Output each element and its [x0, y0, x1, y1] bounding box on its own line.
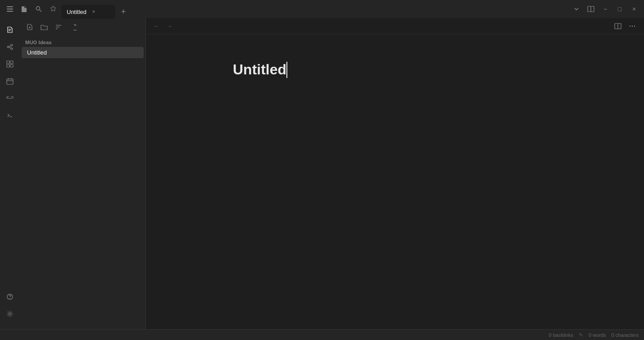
terminal-icon[interactable] [2, 107, 18, 124]
titlebar-right: − □ × [570, 3, 644, 15]
note-title[interactable]: Untitled [233, 61, 557, 78]
svg-point-10 [11, 44, 13, 46]
sidebar-content: MUO Ideas Untitled [20, 36, 145, 329]
sync-button[interactable] [67, 21, 79, 33]
svg-point-34 [632, 25, 633, 26]
search-icon[interactable] [32, 3, 45, 15]
activity-bar-bottom [2, 289, 18, 326]
svg-line-13 [9, 47, 11, 48]
tabs-dropdown-icon[interactable] [570, 3, 583, 15]
calendar-icon[interactable] [2, 73, 18, 89]
edit-icon: ✎ [579, 332, 583, 338]
text-cursor [286, 62, 287, 78]
activity-bar [0, 18, 20, 329]
backlinks-label: 0 backlinks [549, 332, 573, 338]
characters-status: 0 characters [611, 332, 639, 338]
new-note-button[interactable] [23, 21, 36, 33]
activity-bar-top [2, 22, 18, 289]
sidebar-item-label: Untitled [27, 49, 47, 56]
svg-rect-0 [7, 6, 13, 7]
svg-rect-15 [10, 61, 13, 64]
titlebar-left [0, 3, 59, 15]
nav-back-button[interactable]: ← [151, 21, 162, 32]
svg-rect-1 [7, 9, 13, 9]
svg-rect-2 [7, 11, 13, 12]
tabs-area: Untitled × + [59, 0, 570, 18]
edit-icon-status: ✎ [579, 332, 583, 338]
settings-icon[interactable] [2, 306, 18, 322]
svg-point-25 [9, 313, 11, 315]
titlebar: Untitled × + − □ × [0, 0, 644, 18]
sidebar-group-title: MUO Ideas [20, 38, 145, 47]
svg-point-11 [11, 48, 13, 50]
backlinks-status: 0 backlinks [549, 332, 573, 338]
sidebar-toggle-icon[interactable] [4, 3, 16, 15]
statusbar: 0 backlinks ✎ 0 words 0 characters [0, 329, 644, 340]
words-label: 0 words [589, 332, 606, 338]
svg-point-9 [7, 46, 9, 48]
svg-rect-18 [7, 79, 13, 84]
split-editor-icon[interactable] [612, 20, 624, 32]
editor-nav: ← → [146, 18, 644, 34]
editor-content[interactable]: Untitled [146, 34, 644, 329]
svg-line-4 [40, 10, 41, 12]
note-title-text: Untitled [233, 61, 286, 78]
editor-inner: Untitled [233, 61, 557, 302]
more-options-icon[interactable] [626, 20, 639, 32]
sidebar-toolbar [20, 18, 145, 36]
maximize-button[interactable]: □ [613, 3, 626, 15]
notes-icon[interactable] [2, 22, 18, 38]
sidebar: MUO Ideas Untitled [20, 18, 146, 329]
svg-rect-16 [7, 64, 9, 67]
svg-rect-17 [10, 64, 13, 67]
new-folder-button[interactable] [38, 21, 50, 33]
svg-point-33 [630, 25, 630, 26]
split-view-icon[interactable] [585, 3, 597, 15]
editor-toolbar-right [612, 20, 639, 32]
svg-line-12 [9, 46, 11, 47]
svg-point-35 [634, 25, 635, 26]
graph-icon[interactable] [2, 39, 18, 55]
minimize-button[interactable]: − [599, 3, 612, 15]
sort-button[interactable] [52, 21, 65, 33]
backlinks-icon[interactable] [2, 90, 18, 106]
editor-area: ← → Untitled [146, 18, 644, 329]
new-tab-button[interactable]: + [117, 5, 130, 18]
grid-icon[interactable] [2, 56, 18, 72]
tab-close-button[interactable]: × [90, 8, 97, 15]
svg-point-3 [36, 7, 40, 10]
main-area: MUO Ideas Untitled ← → Untitled [0, 18, 644, 329]
close-button[interactable]: × [628, 3, 640, 15]
tab-untitled[interactable]: Untitled × [61, 5, 115, 19]
nav-forward-button[interactable]: → [164, 21, 175, 32]
tab-label: Untitled [67, 9, 86, 15]
characters-label: 0 characters [611, 332, 639, 338]
favorites-icon[interactable] [47, 3, 59, 15]
svg-rect-14 [7, 61, 9, 64]
words-status: 0 words [589, 332, 606, 338]
svg-point-24 [9, 298, 10, 299]
sidebar-item-untitled[interactable]: Untitled [22, 47, 144, 58]
files-icon[interactable] [18, 3, 31, 15]
help-circle-icon[interactable] [2, 289, 18, 305]
